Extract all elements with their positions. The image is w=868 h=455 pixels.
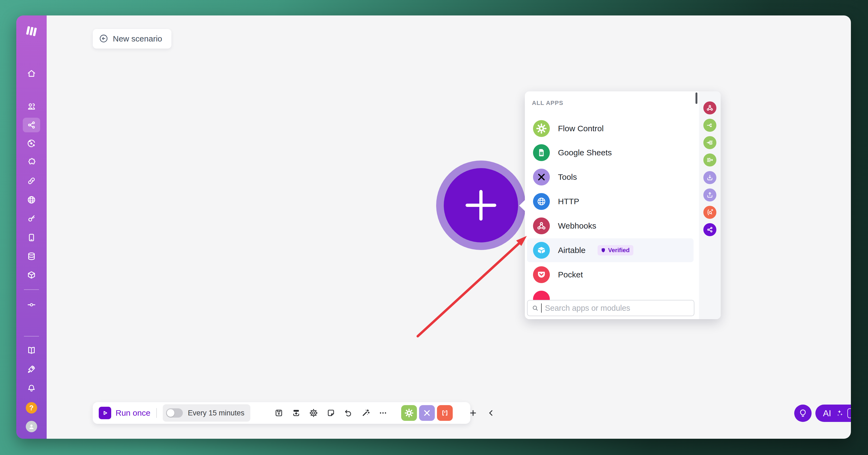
back-arrow-icon bbox=[99, 34, 108, 44]
lightbulb-icon bbox=[798, 408, 808, 418]
app-row-webhooks[interactable]: Webhooks bbox=[527, 214, 693, 238]
beta-badge: BETA bbox=[847, 409, 851, 418]
sidebar-item-resources[interactable] bbox=[23, 343, 40, 358]
favorite-flow-control-button[interactable] bbox=[401, 405, 417, 421]
quick-module-tray-down-icon[interactable] bbox=[703, 171, 716, 184]
collapse-toolbar-button[interactable] bbox=[486, 409, 496, 418]
popup-scrollbar[interactable] bbox=[695, 93, 698, 104]
make-logo-icon[interactable] bbox=[16, 23, 46, 41]
add-module-button[interactable] bbox=[436, 161, 526, 250]
save-icon[interactable] bbox=[274, 409, 283, 418]
text-cursor bbox=[541, 303, 542, 313]
all-apps-label: ALL APPS bbox=[532, 99, 563, 106]
undo-icon[interactable] bbox=[344, 409, 353, 418]
add-favorite-button[interactable] bbox=[468, 409, 478, 418]
sidebar-item-whats-new[interactable] bbox=[23, 362, 40, 377]
bottom-toolbar: Run once Every 15 minutes bbox=[93, 402, 470, 424]
app-label: Google Sheets bbox=[558, 148, 612, 157]
favorite-text-parser-button[interactable] bbox=[437, 405, 453, 421]
webhook-icon bbox=[533, 218, 550, 234]
database-icon bbox=[27, 251, 36, 261]
crossed-tools-icon bbox=[533, 169, 550, 186]
quick-module-search-plus-icon[interactable] bbox=[703, 206, 716, 219]
note-icon[interactable] bbox=[326, 409, 336, 418]
desktop-background: ? New scenario bbox=[0, 0, 868, 455]
quick-module-list-arrow-out-icon[interactable] bbox=[703, 154, 716, 166]
play-icon bbox=[101, 409, 109, 417]
app-row-flow-control[interactable]: Flow Control bbox=[527, 117, 693, 140]
cube-icon bbox=[27, 270, 36, 280]
make-app-window: ? New scenario bbox=[16, 15, 851, 439]
hints-button[interactable] bbox=[794, 404, 812, 422]
question-icon: ? bbox=[26, 402, 37, 414]
app-label: Airtable bbox=[558, 246, 586, 255]
book-icon bbox=[27, 346, 36, 355]
quick-module-tray-up-icon[interactable] bbox=[703, 189, 716, 201]
quick-module-arrow-into-list-icon[interactable] bbox=[703, 136, 716, 149]
schedule-control[interactable]: Every 15 minutes bbox=[163, 404, 250, 422]
sidebar-item-templates[interactable] bbox=[23, 136, 40, 151]
magic-wand-icon[interactable] bbox=[361, 409, 370, 418]
scenario-canvas[interactable]: New scenario ALL APPS Flow ControlGoogle… bbox=[46, 15, 851, 439]
quick-module-split-arrows-icon[interactable] bbox=[703, 119, 716, 132]
rocket-icon bbox=[27, 364, 36, 374]
sidebar-item-help[interactable]: ? bbox=[23, 400, 40, 415]
toggle-knob bbox=[167, 409, 175, 417]
new-scenario-button[interactable]: New scenario bbox=[93, 29, 172, 48]
sidebar-item-devices[interactable] bbox=[23, 230, 40, 245]
verified-badge: Verified bbox=[597, 245, 633, 255]
sidebar: ? bbox=[16, 15, 46, 439]
avatar bbox=[26, 421, 37, 432]
toolbar-icons bbox=[274, 409, 388, 418]
home-icon bbox=[27, 69, 36, 78]
app-label: Flow Control bbox=[558, 124, 603, 133]
sidebar-item-apps[interactable] bbox=[23, 155, 40, 169]
app-row-tools[interactable]: Tools bbox=[527, 165, 693, 189]
quick-module-webhook-icon[interactable] bbox=[703, 101, 716, 115]
app-row-http[interactable]: HTTP bbox=[527, 190, 693, 214]
sidebar-item-team[interactable] bbox=[23, 99, 40, 113]
run-once-label[interactable]: Run once bbox=[116, 409, 150, 418]
app-label: HTTP bbox=[558, 197, 579, 206]
quick-module-share-icon[interactable] bbox=[703, 223, 716, 236]
toolbar-divider bbox=[156, 408, 157, 418]
node-icon bbox=[27, 300, 36, 310]
sidebar-item-connections[interactable] bbox=[23, 173, 40, 188]
brackets-icon bbox=[440, 409, 450, 418]
run-once-button[interactable] bbox=[99, 407, 111, 419]
sidebar-item-notifications[interactable] bbox=[23, 381, 40, 396]
favorite-tools-button[interactable] bbox=[419, 405, 435, 421]
puzzle-icon bbox=[27, 157, 36, 167]
sidebar-item-data-stores[interactable] bbox=[23, 249, 40, 264]
gear-icon bbox=[533, 120, 550, 137]
magic-circle-icon bbox=[27, 138, 36, 148]
settings-gear-icon[interactable] bbox=[309, 409, 318, 418]
app-row-airtable[interactable]: AirtableVerified bbox=[527, 238, 693, 262]
sheet-icon bbox=[533, 144, 550, 161]
schedule-label: Every 15 minutes bbox=[188, 409, 244, 417]
ai-assistant-button[interactable]: AI BETA bbox=[815, 404, 851, 422]
app-label: Tools bbox=[558, 172, 577, 182]
sidebar-item-profile[interactable] bbox=[23, 419, 40, 434]
schedule-toggle[interactable] bbox=[166, 409, 183, 418]
users-icon bbox=[27, 101, 36, 111]
gear-icon bbox=[404, 409, 414, 418]
sidebar-item-functions[interactable] bbox=[23, 297, 40, 312]
app-row-google-sheets[interactable]: Google Sheets bbox=[527, 141, 693, 165]
sidebar-item-scenarios[interactable] bbox=[23, 118, 40, 132]
app-row-pocket[interactable]: Pocket bbox=[527, 263, 693, 287]
align-flow-icon[interactable] bbox=[291, 409, 301, 418]
search-apps-input[interactable]: Search apps or modules bbox=[527, 300, 694, 316]
sidebar-item-data-structures[interactable] bbox=[23, 268, 40, 282]
sidebar-item-home[interactable] bbox=[23, 66, 40, 81]
cube3d-icon bbox=[533, 242, 550, 259]
sparkles-icon bbox=[835, 409, 844, 418]
toolbar-favorites bbox=[401, 405, 453, 421]
sidebar-divider bbox=[24, 289, 39, 290]
sidebar-item-webhooks[interactable] bbox=[23, 193, 40, 207]
app-picker-popup: ALL APPS Flow ControlGoogle SheetsToolsH… bbox=[525, 91, 721, 319]
pocket-shield-icon bbox=[533, 266, 550, 283]
key-icon bbox=[27, 214, 36, 223]
sidebar-item-keys[interactable] bbox=[23, 211, 40, 226]
more-dots-icon[interactable] bbox=[378, 409, 388, 418]
